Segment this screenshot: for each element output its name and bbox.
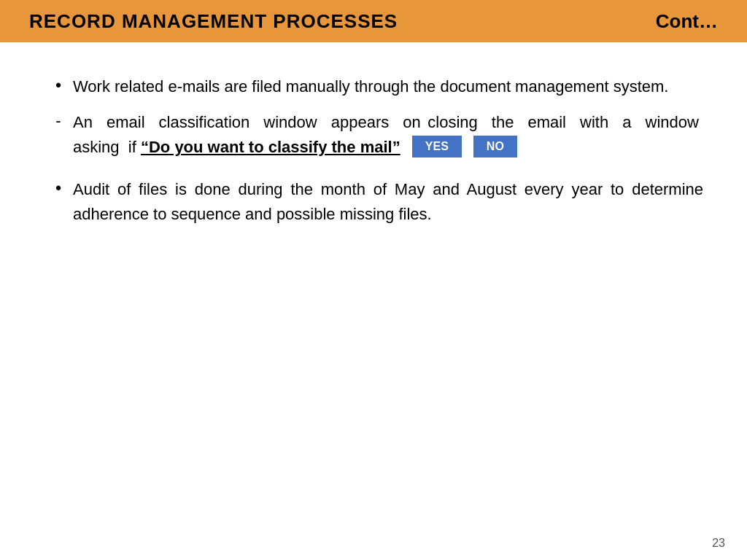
dash-symbol-1: -	[44, 110, 73, 131]
bullet-item-1: • Work related e-mails are filed manuall…	[44, 74, 703, 99]
bullet-symbol-1: •	[44, 74, 73, 95]
bullet-text-1: Work related e-mails are filed manually …	[73, 74, 703, 99]
header-bar: RECORD MANAGEMENT PROCESSES Cont…	[0, 0, 747, 42]
bullet-symbol-2: •	[44, 177, 73, 198]
no-button[interactable]: NO	[473, 136, 517, 158]
page-number: 23	[712, 537, 725, 550]
content-area: • Work related e-mails are filed manuall…	[0, 42, 747, 560]
header-cont: Cont…	[656, 10, 718, 33]
slide: RECORD MANAGEMENT PROCESSES Cont… • Work…	[0, 0, 747, 560]
dash-text-1: An email classification window appears o…	[73, 110, 703, 160]
header-title: RECORD MANAGEMENT PROCESSES	[29, 10, 398, 33]
yes-no-buttons: YES NO	[412, 136, 517, 158]
classify-question: “Do you want to classify the mail”	[141, 138, 400, 156]
bullet-text-2: Audit of files is done during the month …	[73, 177, 703, 227]
dash-item-1: - An email classification window appears…	[44, 110, 703, 160]
yes-button[interactable]: YES	[412, 136, 462, 158]
bullet-item-2: • Audit of files is done during the mont…	[44, 177, 703, 227]
